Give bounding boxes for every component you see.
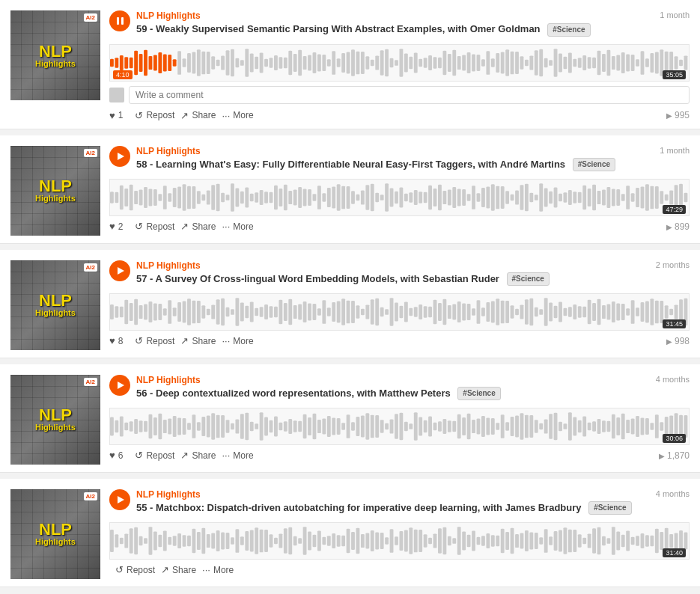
svg-rect-76 (477, 55, 481, 71)
svg-rect-447 (529, 415, 533, 438)
waveform[interactable]: 4:10 35:05 (109, 44, 690, 82)
svg-rect-131 (163, 186, 167, 209)
more-button[interactable]: ··· More (222, 450, 253, 461)
svg-rect-177 (385, 183, 389, 211)
waveform[interactable]: 31:40 (109, 522, 690, 560)
svg-rect-509 (250, 530, 254, 552)
post-account[interactable]: NLP Highlights (136, 10, 201, 21)
svg-rect-151 (260, 190, 264, 205)
post-account[interactable]: NLP Highlights (136, 260, 201, 271)
svg-rect-534 (371, 530, 374, 551)
post-title-link[interactable]: 56 - Deep contextualized word representa… (136, 388, 451, 399)
svg-rect-308 (438, 303, 442, 321)
post-tag[interactable]: #Science (507, 272, 550, 286)
post-account[interactable]: NLP Highlights (136, 146, 201, 156)
svg-rect-242 (120, 307, 124, 317)
post-tag[interactable]: #Science (457, 387, 500, 400)
svg-rect-468 (631, 419, 635, 435)
post-header: NLP Highlights 4 months (136, 489, 690, 500)
svg-rect-148 (245, 188, 249, 208)
play-button[interactable] (109, 375, 130, 396)
svg-rect-301 (404, 302, 408, 322)
svg-rect-511 (260, 530, 264, 553)
svg-rect-143 (221, 193, 225, 202)
svg-rect-410 (351, 422, 355, 431)
post-tag[interactable]: #Science (547, 23, 590, 37)
svg-rect-119 (684, 55, 688, 70)
thumb-highlights-text: Highlights (35, 423, 76, 432)
like-button[interactable]: ♥ 1 (109, 110, 123, 121)
share-button[interactable]: ↗ Share (180, 110, 216, 121)
svg-rect-546 (428, 538, 432, 545)
svg-rect-248 (149, 301, 153, 322)
svg-rect-77 (481, 59, 485, 67)
svg-rect-506 (235, 529, 239, 553)
post-account[interactable]: NLP Highlights (136, 489, 201, 500)
svg-rect-329 (539, 309, 543, 315)
svg-rect-485 (134, 527, 138, 554)
thumb-overlay: NLP Highlights (10, 260, 100, 350)
share-button[interactable]: ↗ Share (161, 564, 196, 575)
play-button[interactable] (109, 260, 130, 281)
svg-rect-147 (240, 192, 244, 203)
repost-button[interactable]: ↺ Repost (135, 450, 174, 461)
like-button[interactable]: ♥ 6 (109, 450, 123, 461)
svg-rect-4 (130, 57, 133, 67)
post-title-link[interactable]: 59 - Weakly Supervised Semantic Parsing … (136, 23, 541, 34)
svg-rect-40 (303, 55, 307, 69)
post-title-link[interactable]: 55 - Matchbox: Dispatch-driven autobatch… (136, 502, 582, 513)
comment-input[interactable] (129, 86, 690, 104)
svg-rect-472 (650, 423, 654, 430)
like-button[interactable]: ♥ 2 (109, 221, 123, 232)
more-button[interactable]: ··· More (222, 335, 253, 346)
svg-rect-554 (467, 535, 471, 547)
svg-rect-267 (240, 303, 244, 322)
thumb-overlay: NLP Highlights (10, 489, 100, 579)
share-button[interactable]: ↗ Share (180, 450, 216, 461)
svg-rect-282 (313, 304, 317, 320)
svg-rect-240 (110, 304, 114, 319)
svg-rect-287 (337, 301, 341, 323)
repost-button[interactable]: ↺ Repost (135, 110, 174, 121)
svg-rect-368 (149, 414, 153, 439)
repost-button[interactable]: ↺ Repost (135, 335, 174, 346)
svg-rect-347 (626, 308, 630, 316)
svg-rect-218 (582, 186, 586, 210)
repost-label: Repost (146, 110, 174, 120)
svg-rect-139 (201, 195, 205, 201)
svg-rect-334 (564, 308, 567, 316)
svg-rect-79 (491, 58, 495, 67)
post-account[interactable]: NLP Highlights (136, 375, 201, 385)
like-button[interactable]: ♥ 8 (109, 335, 123, 346)
svg-rect-9 (153, 55, 157, 70)
svg-rect-576 (573, 530, 576, 552)
waveform[interactable]: 31:45 (109, 293, 690, 331)
share-button[interactable]: ↗ Share (180, 335, 216, 346)
repost-button[interactable]: ↺ Repost (135, 221, 174, 232)
post-tag[interactable]: #Science (573, 158, 615, 171)
more-button[interactable]: ··· More (202, 564, 234, 575)
more-button[interactable]: ··· More (222, 221, 253, 232)
waveform[interactable]: 30:06 (109, 408, 690, 445)
waveform[interactable]: 47:29 (109, 179, 690, 216)
repost-button[interactable]: ↺ Repost (115, 564, 155, 575)
more-button[interactable]: ··· More (222, 110, 253, 121)
svg-rect-515 (279, 534, 282, 548)
play-button[interactable] (109, 489, 130, 510)
post-title-link[interactable]: 58 - Learning What's Easy: Fully Differe… (136, 159, 565, 170)
svg-rect-333 (559, 302, 562, 322)
post-title-link[interactable]: 57 - A Survey Of Cross-lingual Word Embe… (136, 273, 499, 284)
svg-rect-432 (457, 414, 461, 439)
svg-rect-105 (616, 55, 620, 70)
svg-rect-526 (332, 533, 335, 548)
play-button[interactable] (109, 146, 130, 167)
thumb-background: NLP Highlights AI2 (10, 375, 100, 465)
share-button[interactable]: ↗ Share (180, 221, 216, 232)
post-thumbnail: NLP Highlights AI2 (10, 260, 100, 350)
svg-rect-278 (293, 305, 297, 319)
pause-button[interactable] (109, 10, 130, 31)
svg-rect-404 (322, 419, 326, 435)
svg-rect-443 (511, 417, 514, 436)
post-tag[interactable]: #Science (588, 501, 631, 515)
svg-rect-276 (284, 303, 287, 321)
